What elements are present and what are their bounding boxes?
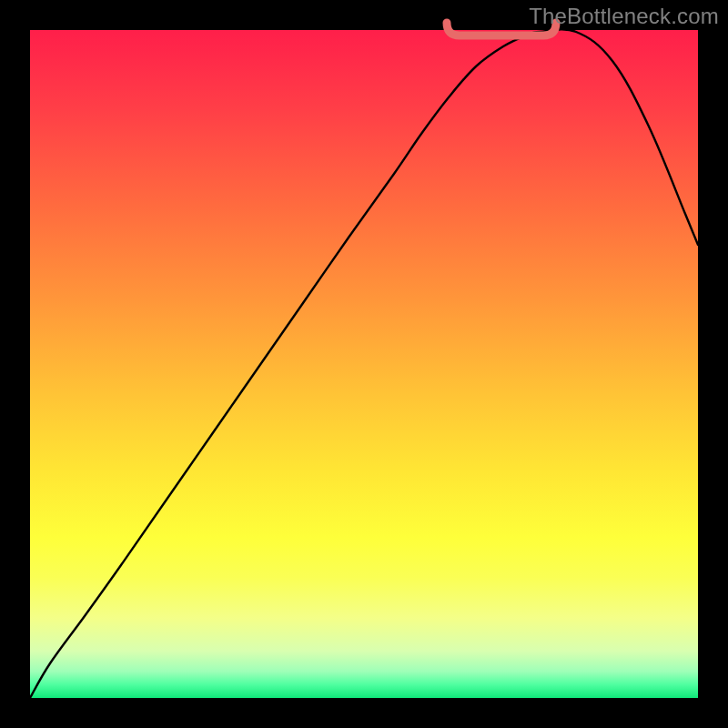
bottleneck-curve	[30, 29, 698, 698]
curve-layer	[30, 30, 698, 698]
chart-frame: TheBottleneck.com	[0, 0, 728, 728]
watermark-text: TheBottleneck.com	[529, 4, 719, 29]
